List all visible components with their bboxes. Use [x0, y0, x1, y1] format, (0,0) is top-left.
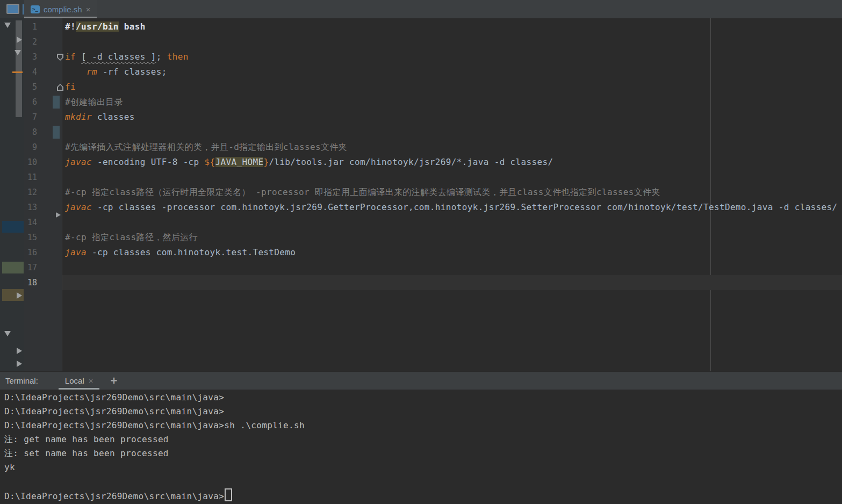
tree-collapse-arrow-icon[interactable] — [4, 331, 11, 336]
terminal-label: Terminal: — [5, 376, 38, 385]
gutter-row[interactable]: 7 — [24, 110, 62, 125]
tab-complie-sh[interactable]: >_ complie.sh × — [24, 0, 97, 18]
code-line[interactable]: javac -cp classes -processor com.hinotoy… — [62, 200, 842, 215]
code-segment: javac — [65, 157, 92, 167]
line-number: 4 — [24, 64, 62, 80]
gutter-row[interactable]: 1 — [24, 19, 62, 34]
terminal-text: D:\IdeaProjects\jsr269Demo\src\main\java… — [4, 491, 224, 501]
code-segment: javac — [65, 202, 92, 212]
tree-expand-arrow-icon[interactable] — [17, 361, 22, 367]
tree-collapse-arrow-icon[interactable] — [15, 50, 21, 55]
gutter-row[interactable]: 17 — [24, 260, 62, 275]
editor-area: 123456789101112131415161718 #!/usr/bin b… — [0, 18, 842, 371]
tree-expand-arrow-icon[interactable] — [17, 348, 22, 354]
terminal-header: Terminal: Local × + — [0, 371, 842, 390]
line-number: 11 — [24, 170, 62, 185]
tree-expand-arrow-icon[interactable] — [17, 37, 22, 43]
code-segment: -rf classes; — [97, 67, 167, 77]
code-segment: rm — [87, 67, 97, 77]
project-tree-strip — [0, 18, 25, 371]
tool-window-icon[interactable] — [6, 4, 19, 14]
code-segment: #-cp 指定class路径，然后运行 — [65, 232, 198, 242]
code-segment: mkdir — [65, 112, 92, 122]
tab-label: complie.sh — [44, 5, 82, 14]
gutter-row[interactable]: 15 — [24, 230, 62, 245]
vcs-change-marker — [53, 126, 60, 139]
line-number: 5 — [24, 80, 62, 95]
terminal-text: 注: get name has been processed — [4, 434, 169, 444]
gutter-row[interactable]: 2 — [24, 34, 62, 49]
line-number: 10 — [24, 155, 62, 170]
code-segment: bash — [119, 21, 146, 32]
gutter-row[interactable]: 8 — [24, 125, 62, 140]
terminal-line: yk — [4, 460, 842, 474]
code-line[interactable]: #-cp 指定class路径（运行时用全限定类名） -processor 即指定… — [62, 185, 842, 200]
editor-gutter[interactable]: 123456789101112131415161718 — [24, 18, 62, 371]
terminal-line: 注: get name has been processed — [4, 433, 842, 447]
panel-scrollbar-thumb[interactable] — [16, 20, 22, 117]
gutter-row[interactable]: 5 — [24, 80, 62, 95]
terminal-cursor[interactable] — [225, 488, 232, 501]
code-line[interactable] — [62, 215, 842, 230]
terminal-line: D:\IdeaProjects\jsr269Demo\src\main\java… — [4, 391, 842, 405]
code-segment: #创建输出目录 — [65, 97, 123, 107]
code-line[interactable] — [62, 260, 842, 275]
code-line[interactable]: #创建输出目录 — [62, 95, 842, 110]
code-line[interactable] — [62, 275, 842, 290]
left-panel-header — [0, 0, 24, 18]
code-segment: /lib/tools.jar com/hinotoyk/jsr269/*.jav… — [269, 157, 553, 167]
new-terminal-icon[interactable]: + — [110, 376, 117, 386]
bookmark-dash-marker — [12, 71, 23, 73]
gutter-row[interactable]: 16 — [24, 245, 62, 260]
code-editor[interactable]: 123456789101112131415161718 #!/usr/bin b… — [24, 18, 842, 371]
gutter-row[interactable]: 18 — [24, 275, 62, 290]
code-line[interactable]: mkdir classes — [62, 110, 842, 125]
line-number: 9 — [24, 140, 62, 155]
code-segment: -cp classes -processor com.hinotoyk.jsr2… — [92, 202, 838, 212]
terminal-text: D:\IdeaProjects\jsr269Demo\src\main\java… — [4, 392, 224, 402]
gutter-row[interactable]: 3 — [24, 49, 62, 64]
terminal-output[interactable]: D:\IdeaProjects\jsr269Demo\src\main\java… — [0, 390, 842, 502]
code-segment: -encoding UTF-8 -cp — [92, 157, 205, 167]
code-line[interactable] — [62, 34, 842, 49]
tree-expand-arrow-icon[interactable] — [17, 292, 22, 299]
gutter-row[interactable]: 10 — [24, 155, 62, 170]
code-line[interactable]: java -cp classes com.hinotoyk.test.TestD… — [62, 245, 842, 260]
code-line[interactable]: fi — [62, 80, 842, 95]
terminal-panel: Terminal: Local × + D:\IdeaProjects\jsr2… — [0, 371, 842, 504]
gutter-row[interactable]: 4 — [24, 64, 62, 80]
tree-selection-block — [2, 262, 24, 273]
tree-collapse-arrow-icon[interactable] — [4, 23, 11, 28]
code-segment: classes — [92, 112, 135, 122]
code-line[interactable]: if [ -d classes ]; then — [62, 49, 842, 64]
code-line[interactable]: javac -encoding UTF-8 -cp ${JAVA_HOME}/l… — [62, 155, 842, 170]
fold-arrow-icon[interactable] — [56, 212, 61, 218]
code-segment: #先编译插入式注解处理器相关的类，并且-d指定输出到classes文件夹 — [65, 142, 347, 152]
gutter-row[interactable]: 12 — [24, 185, 62, 200]
code-line[interactable]: #-cp 指定class路径，然后运行 — [62, 230, 842, 245]
tree-selection-block — [2, 221, 24, 233]
code-line[interactable] — [62, 125, 842, 140]
gutter-row[interactable]: 6 — [24, 95, 62, 110]
terminal-line — [4, 474, 842, 488]
gutter-row[interactable]: 9 — [24, 140, 62, 155]
terminal-text: D:\IdeaProjects\jsr269Demo\src\main\java… — [4, 420, 305, 430]
code-line[interactable]: rm -rf classes; — [62, 64, 842, 80]
code-segment: then — [167, 52, 189, 62]
code-segment: java — [65, 247, 87, 257]
code-line[interactable] — [62, 170, 842, 185]
editor-tab-bar: >_ complie.sh × — [0, 0, 842, 18]
code-segment: } — [263, 157, 269, 167]
code-line[interactable]: #先编译插入式注解处理器相关的类，并且-d指定输出到classes文件夹 — [62, 140, 842, 155]
terminal-line: D:\IdeaProjects\jsr269Demo\src\main\java… — [4, 405, 842, 419]
close-tab-icon[interactable]: × — [86, 5, 91, 14]
code-segment: -cp classes com.hinotoyk.test.TestDemo — [87, 247, 296, 257]
terminal-line: 注: set name has been processed — [4, 447, 842, 460]
code-segment — [76, 52, 81, 62]
code-line[interactable]: #!/usr/bin bash — [62, 19, 842, 34]
gutter-row[interactable]: 14 — [24, 215, 62, 230]
close-terminal-tab-icon[interactable]: × — [89, 376, 93, 385]
terminal-tab-local[interactable]: Local × — [59, 372, 100, 390]
gutter-row[interactable]: 11 — [24, 170, 62, 185]
code-area[interactable]: #!/usr/bin bashif [ -d classes ]; then r… — [62, 18, 842, 371]
